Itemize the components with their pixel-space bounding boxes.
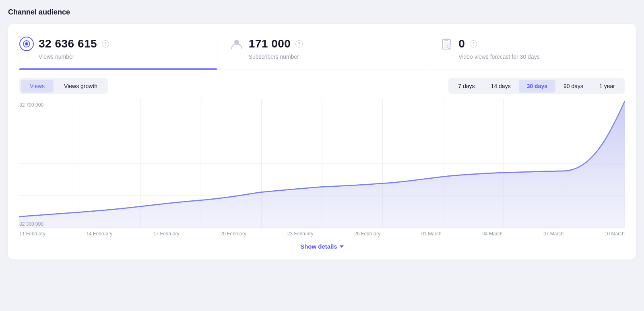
views-label: Views number: [19, 54, 205, 60]
forecast-info-icon[interactable]: ?: [470, 40, 477, 47]
controls-row: Views Views growth 7 days 14 days 30 day…: [19, 78, 625, 94]
chevron-down-icon: [340, 245, 344, 248]
period-7d[interactable]: 7 days: [450, 80, 483, 93]
clipboard-icon: [439, 37, 454, 51]
active-indicator: [19, 68, 217, 70]
x-label-2: 17 February: [153, 231, 180, 237]
subscribers-number: 171 000: [249, 37, 291, 50]
period-group: 7 days 14 days 30 days 90 days 1 year: [448, 78, 625, 94]
x-label-0: 11 February: [19, 231, 45, 237]
x-label-1: 14 February: [86, 231, 112, 237]
x-label-9: 10 March: [605, 231, 625, 237]
period-90d[interactable]: 90 days: [555, 80, 591, 93]
period-30d[interactable]: 30 days: [519, 80, 555, 93]
stats-row: 32 636 615 ? Views number 171 000 ? Subs…: [19, 33, 625, 70]
y-axis-top-label: 32 700 000: [19, 102, 43, 108]
stat-block-forecast: 0 ? Video views forecast for 30 days: [439, 33, 625, 70]
main-card: 32 636 615 ? Views number 171 000 ? Subs…: [8, 24, 636, 260]
show-details-button[interactable]: Show details: [300, 243, 344, 250]
y-axis-bottom-label: 32 300 000: [19, 221, 43, 227]
person-icon: [229, 37, 244, 51]
chart-container: 32 700 000 32 300 000: [19, 99, 625, 228]
tab-views-growth[interactable]: Views growth: [55, 80, 106, 93]
period-14d[interactable]: 14 days: [483, 80, 519, 93]
stat-block-views: 32 636 615 ? Views number: [19, 33, 217, 70]
subscribers-info-icon[interactable]: ?: [295, 40, 303, 47]
x-label-4: 23 February: [287, 231, 314, 237]
x-label-7: 04 March: [482, 231, 502, 237]
chart-svg: [19, 99, 625, 228]
stat-header-forecast: 0 ?: [439, 37, 625, 51]
svg-rect-5: [444, 39, 448, 41]
show-details-row: Show details: [19, 243, 625, 250]
page-title: Channel audience: [8, 8, 636, 16]
forecast-label: Video views forecast for 30 days: [439, 54, 625, 60]
period-1y[interactable]: 1 year: [591, 80, 623, 93]
show-details-label: Show details: [300, 243, 337, 250]
stat-header-subscribers: 171 000 ?: [229, 37, 415, 51]
x-label-3: 20 February: [220, 231, 246, 237]
x-label-5: 26 February: [354, 231, 380, 237]
x-label-8: 07 March: [543, 231, 564, 237]
eye-icon: [19, 37, 34, 51]
view-tab-group: Views Views growth: [19, 78, 108, 94]
x-axis-labels: 11 February 14 February 17 February 20 F…: [19, 228, 625, 237]
views-info-icon[interactable]: ?: [102, 40, 109, 47]
tab-views[interactable]: Views: [21, 80, 54, 93]
x-label-6: 01 March: [421, 231, 442, 237]
forecast-number: 0: [458, 37, 465, 50]
stat-header-views: 32 636 615 ?: [19, 37, 205, 51]
svg-point-2: [25, 42, 28, 45]
stat-block-subscribers: 171 000 ? Subscribers number: [229, 33, 427, 70]
subscribers-label: Subscribers number: [229, 54, 415, 60]
views-number: 32 636 615: [39, 37, 97, 50]
